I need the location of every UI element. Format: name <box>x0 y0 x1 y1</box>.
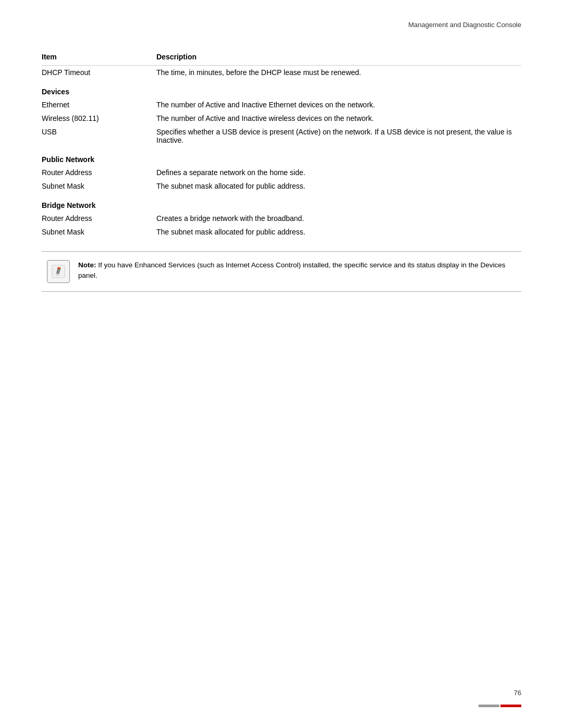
header-title: Management and Diagnostic Console <box>408 21 521 29</box>
note-body: If you have Enhanced Services (such as I… <box>78 261 505 279</box>
item-desc: The number of Active and Inactive Ethern… <box>156 98 521 112</box>
pencil-icon <box>52 265 65 278</box>
item-desc: Defines a separate network on the home s… <box>156 166 521 179</box>
table-header-row: Item Description <box>42 50 521 66</box>
section-item-label: Bridge Network <box>42 193 156 212</box>
table-section-row: Public Network <box>42 147 521 166</box>
footer-bar <box>479 705 521 707</box>
item-label: Wireless (802.11) <box>42 112 156 125</box>
table-row: Subnet MaskThe subnet mask allocated for… <box>42 179 521 193</box>
table-row: USBSpecifies whether a USB device is pre… <box>42 125 521 147</box>
item-label: Router Address <box>42 212 156 225</box>
item-label: DHCP Timeout <box>42 66 156 80</box>
table-row: Subnet MaskThe subnet mask allocated for… <box>42 225 521 239</box>
bar-gray <box>479 705 499 707</box>
col-item-header: Item <box>42 50 156 66</box>
item-desc: The subnet mask allocated for public add… <box>156 225 521 239</box>
item-desc: Specifies whether a USB device is presen… <box>156 125 521 147</box>
note-label: Note: <box>78 261 96 269</box>
section-desc <box>156 193 521 212</box>
section-desc <box>156 147 521 166</box>
main-table: Item Description DHCP TimeoutThe time, i… <box>42 50 521 239</box>
item-desc: The subnet mask allocated for public add… <box>156 179 521 193</box>
table-row: EthernetThe number of Active and Inactiv… <box>42 98 521 112</box>
table-row: Wireless (802.11)The number of Active an… <box>42 112 521 125</box>
section-item-label: Devices <box>42 79 156 98</box>
item-label: Ethernet <box>42 98 156 112</box>
note-box: Note: If you have Enhanced Services (suc… <box>42 251 521 292</box>
item-desc: Creates a bridge network with the broadb… <box>156 212 521 225</box>
item-label: USB <box>42 125 156 147</box>
section-item-label: Public Network <box>42 147 156 166</box>
item-desc: The number of Active and Inactive wirele… <box>156 112 521 125</box>
note-icon <box>47 260 70 283</box>
table-section-row: Devices <box>42 79 521 98</box>
item-desc: The time, in minutes, before the DHCP le… <box>156 66 521 80</box>
section-desc <box>156 79 521 98</box>
table-row: DHCP TimeoutThe time, in minutes, before… <box>42 66 521 80</box>
table-section-row: Bridge Network <box>42 193 521 212</box>
item-label: Subnet Mask <box>42 225 156 239</box>
page-number: 76 <box>514 689 521 697</box>
item-label: Subnet Mask <box>42 179 156 193</box>
bar-red <box>500 705 521 707</box>
table-row: Router AddressDefines a separate network… <box>42 166 521 179</box>
table-row: Router AddressCreates a bridge network w… <box>42 212 521 225</box>
item-label: Router Address <box>42 166 156 179</box>
page-header: Management and Diagnostic Console <box>0 0 563 39</box>
note-text: Note: If you have Enhanced Services (suc… <box>78 260 516 281</box>
col-desc-header: Description <box>156 50 521 66</box>
